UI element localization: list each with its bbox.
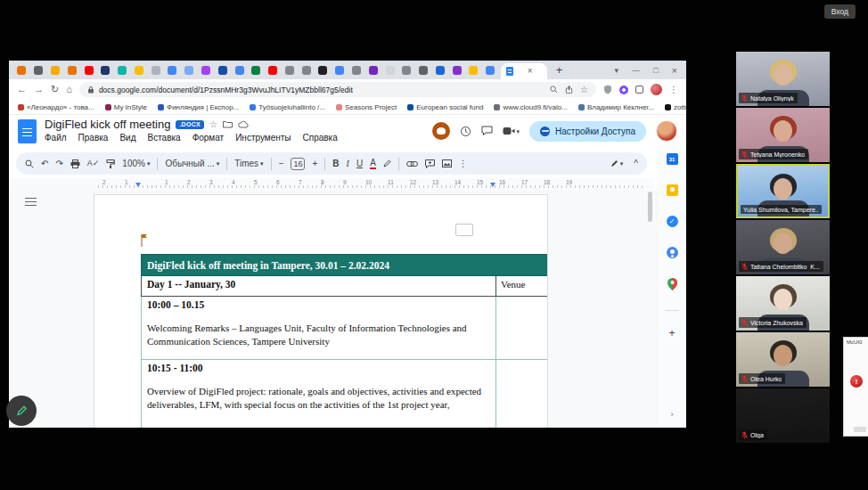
pinned-tab[interactable] (335, 66, 344, 75)
bookmark-item[interactable]: «Леонардо» - това... (18, 103, 94, 111)
pinned-tab[interactable] (352, 66, 361, 75)
participant-tile[interactable]: Natalya Oliynyk (736, 52, 830, 106)
video-call-icon[interactable]: ▾ (503, 127, 520, 135)
text-color-icon[interactable]: A (370, 159, 376, 169)
popup-button[interactable] (854, 427, 866, 432)
docs-menu-item[interactable]: Формат (192, 133, 225, 143)
pinned-tab[interactable] (168, 66, 176, 75)
annotate-button[interactable] (6, 396, 37, 426)
pinned-tab[interactable] (453, 66, 462, 75)
paragraph-style-select[interactable]: Обычный ...▾ (165, 159, 219, 168)
pinned-tab[interactable] (201, 66, 210, 75)
bookmark-item[interactable]: Владимир Кеклнег... (578, 103, 654, 111)
bookmark-item[interactable]: Työsuojeluhallinto /... (250, 103, 325, 111)
underline-icon[interactable]: U (356, 159, 363, 168)
hide-side-panel-icon[interactable]: › (671, 410, 674, 419)
back-icon[interactable]: ← (17, 85, 27, 94)
shield-extension-icon[interactable] (603, 85, 612, 94)
pinned-tab[interactable] (486, 66, 495, 75)
maps-icon[interactable] (667, 278, 677, 290)
pinned-tab[interactable] (68, 66, 77, 75)
share-icon[interactable] (565, 86, 573, 94)
pinned-tab[interactable] (51, 66, 60, 75)
pinned-tab[interactable] (251, 66, 260, 75)
participant-tile[interactable]: Yulia Shumilova, Tampere... (736, 164, 830, 218)
pinned-tab[interactable] (402, 66, 411, 75)
contacts-icon[interactable] (667, 247, 678, 258)
browser-profile-avatar[interactable] (651, 84, 662, 95)
home-icon[interactable]: ⌂ (66, 85, 72, 94)
pinned-tab[interactable] (436, 66, 445, 75)
scrollbar-thumb[interactable] (648, 192, 652, 222)
bookmark-item[interactable]: Финляндия | Експор... (158, 103, 239, 111)
editing-mode-select[interactable]: ▾ (610, 159, 624, 167)
pinned-tab[interactable] (369, 66, 378, 75)
pinned-tab[interactable] (302, 66, 311, 75)
font-select[interactable]: Times▾ (234, 159, 263, 168)
docs-menu-item[interactable]: Правка (78, 133, 109, 143)
docs-menu-item[interactable]: Вид (119, 133, 135, 143)
cloud-status-icon[interactable] (238, 121, 249, 128)
spellcheck-icon[interactable]: A✓ (87, 159, 100, 167)
font-size-input[interactable]: 16 (291, 158, 305, 170)
pinned-tab[interactable] (386, 66, 395, 75)
undo-icon[interactable]: ↶ (41, 159, 48, 168)
document-title[interactable]: DigiFled kick off meeting (45, 118, 170, 131)
pinned-tab[interactable] (135, 66, 143, 75)
insert-image-icon[interactable] (442, 159, 452, 167)
browser-menu-icon[interactable]: ▾ (615, 66, 619, 75)
minimize-icon[interactable]: — (632, 66, 640, 75)
forward-icon[interactable]: → (34, 85, 44, 94)
show-outline-icon[interactable] (25, 198, 37, 207)
google-docs-icon[interactable] (18, 119, 37, 143)
system-popup[interactable]: McUI0 ! (843, 337, 868, 437)
bookmark-item[interactable]: My InStyle (105, 103, 147, 111)
participant-tile[interactable]: Tatiana Chelombitko_K... (736, 220, 830, 274)
print-icon[interactable] (70, 159, 80, 168)
active-tab[interactable]: × (501, 63, 547, 79)
reload-icon[interactable]: ↻ (51, 85, 59, 94)
docs-menu-item[interactable]: Вставка (147, 133, 180, 143)
bold-icon[interactable]: B (332, 159, 339, 168)
participant-tile[interactable]: Victoria Zhukovska (736, 276, 830, 331)
keep-icon[interactable] (667, 184, 678, 196)
docs-menu-item[interactable]: Справка (303, 133, 338, 143)
decrease-font-icon[interactable]: − (279, 159, 284, 168)
participant-tile[interactable]: Olea Hurko (736, 332, 830, 387)
side-panel-icon[interactable] (635, 86, 643, 94)
get-addons-icon[interactable]: + (668, 327, 675, 339)
browser-more-icon[interactable]: ⋮ (669, 85, 678, 94)
account-avatar[interactable] (656, 120, 677, 142)
maximize-icon[interactable]: □ (653, 66, 658, 75)
star-document-icon[interactable]: ☆ (209, 120, 217, 129)
docs-menu-item[interactable]: Инструменты (235, 133, 291, 143)
extension-icon[interactable] (619, 86, 628, 94)
bookmark-item[interactable]: www.cloud9.fi/valo... (494, 103, 567, 111)
pinned-tab[interactable] (85, 66, 94, 75)
participant-tile[interactable]: Tetyana Myronenko (736, 108, 830, 162)
bookmark-item[interactable]: Seasons Project (336, 103, 397, 111)
share-settings-button[interactable]: Настройки Доступа (529, 121, 646, 142)
pinned-tab[interactable] (151, 66, 160, 75)
pinned-tab[interactable] (469, 66, 478, 75)
indent-marker[interactable] (135, 183, 141, 190)
pinned-tab[interactable] (118, 66, 127, 75)
add-comment-icon[interactable] (425, 159, 435, 168)
pinned-tab[interactable] (34, 66, 43, 75)
version-history-icon[interactable] (460, 126, 471, 137)
meet-extension-icon[interactable] (432, 122, 450, 140)
pinned-tab[interactable] (419, 66, 428, 75)
right-indent-marker[interactable] (490, 183, 495, 190)
pinned-tab[interactable] (285, 66, 294, 75)
bookmark-item[interactable]: European social fund (407, 103, 483, 111)
bookmark-item[interactable]: zotter Schokoladen... (665, 103, 686, 111)
pinned-tab[interactable] (318, 66, 327, 75)
pinned-tab[interactable] (235, 66, 244, 75)
pinned-tab[interactable] (17, 66, 26, 75)
italic-icon[interactable]: I (347, 159, 349, 168)
paint-format-icon[interactable] (106, 159, 115, 168)
participant-tile[interactable]: Olga (736, 388, 830, 443)
search-menus-icon[interactable] (25, 159, 34, 168)
increase-font-icon[interactable]: + (312, 159, 317, 168)
document-page[interactable]: DigiFled kick off meeting in Tampere, 30… (94, 194, 548, 428)
